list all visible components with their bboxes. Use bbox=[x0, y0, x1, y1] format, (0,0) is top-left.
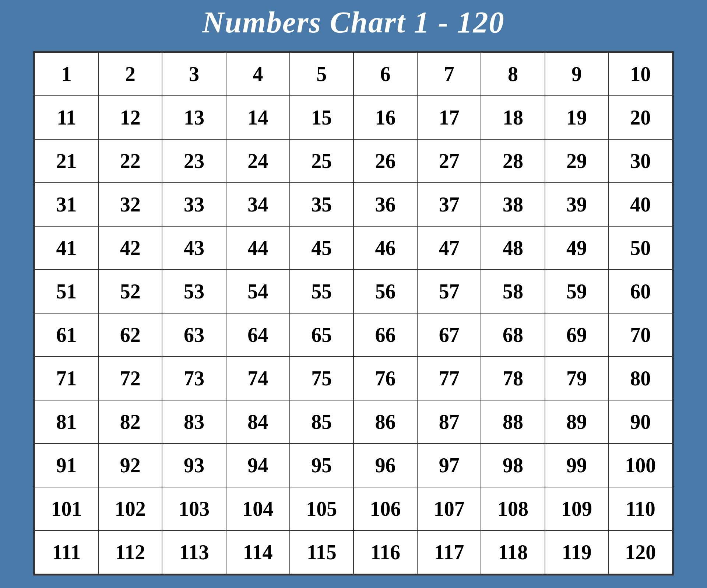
number-cell: 28 bbox=[481, 139, 545, 183]
number-cell: 61 bbox=[35, 313, 98, 357]
numbers-table: 1234567891011121314151617181920212223242… bbox=[34, 52, 673, 574]
number-cell: 83 bbox=[162, 400, 226, 444]
number-cell: 12 bbox=[98, 96, 162, 139]
number-cell: 115 bbox=[290, 531, 354, 574]
number-cell: 7 bbox=[417, 52, 481, 96]
number-cell: 103 bbox=[162, 487, 226, 531]
number-cell: 55 bbox=[290, 270, 354, 313]
chart-title: Numbers Chart 1 - 120 bbox=[202, 5, 504, 40]
number-cell: 110 bbox=[609, 487, 672, 531]
number-cell: 35 bbox=[290, 183, 354, 226]
number-cell: 94 bbox=[226, 444, 290, 487]
number-cell: 14 bbox=[226, 96, 290, 139]
number-cell: 70 bbox=[609, 313, 672, 357]
number-cell: 47 bbox=[417, 226, 481, 270]
number-cell: 102 bbox=[98, 487, 162, 531]
number-cell: 38 bbox=[481, 183, 545, 226]
number-cell: 20 bbox=[609, 96, 672, 139]
number-cell: 82 bbox=[98, 400, 162, 444]
number-cell: 16 bbox=[354, 96, 417, 139]
number-cell: 74 bbox=[226, 357, 290, 400]
number-cell: 31 bbox=[35, 183, 98, 226]
number-cell: 101 bbox=[35, 487, 98, 531]
number-cell: 113 bbox=[162, 531, 226, 574]
number-cell: 77 bbox=[417, 357, 481, 400]
number-cell: 66 bbox=[354, 313, 417, 357]
number-cell: 33 bbox=[162, 183, 226, 226]
number-cell: 26 bbox=[354, 139, 417, 183]
number-cell: 50 bbox=[609, 226, 672, 270]
number-cell: 6 bbox=[354, 52, 417, 96]
number-cell: 44 bbox=[226, 226, 290, 270]
number-cell: 90 bbox=[609, 400, 672, 444]
number-cell: 64 bbox=[226, 313, 290, 357]
number-cell: 93 bbox=[162, 444, 226, 487]
number-cell: 76 bbox=[354, 357, 417, 400]
number-cell: 78 bbox=[481, 357, 545, 400]
table-row: 31323334353637383940 bbox=[35, 183, 672, 226]
table-row: 101102103104105106107108109110 bbox=[35, 487, 672, 531]
number-cell: 80 bbox=[609, 357, 672, 400]
number-cell: 118 bbox=[481, 531, 545, 574]
number-cell: 30 bbox=[609, 139, 672, 183]
number-cell: 46 bbox=[354, 226, 417, 270]
number-cell: 97 bbox=[417, 444, 481, 487]
number-cell: 119 bbox=[545, 531, 609, 574]
number-cell: 51 bbox=[35, 270, 98, 313]
chart-wrapper: 1234567891011121314151617181920212223242… bbox=[33, 51, 674, 575]
number-cell: 22 bbox=[98, 139, 162, 183]
number-cell: 5 bbox=[290, 52, 354, 96]
number-cell: 53 bbox=[162, 270, 226, 313]
number-cell: 18 bbox=[481, 96, 545, 139]
number-cell: 36 bbox=[354, 183, 417, 226]
number-cell: 72 bbox=[98, 357, 162, 400]
number-cell: 37 bbox=[417, 183, 481, 226]
number-cell: 109 bbox=[545, 487, 609, 531]
number-cell: 65 bbox=[290, 313, 354, 357]
number-cell: 88 bbox=[481, 400, 545, 444]
number-cell: 108 bbox=[481, 487, 545, 531]
number-cell: 95 bbox=[290, 444, 354, 487]
number-cell: 17 bbox=[417, 96, 481, 139]
number-cell: 3 bbox=[162, 52, 226, 96]
number-cell: 91 bbox=[35, 444, 98, 487]
number-cell: 81 bbox=[35, 400, 98, 444]
number-cell: 106 bbox=[354, 487, 417, 531]
page-container: Numbers Chart 1 - 120 123456789101112131… bbox=[18, 0, 689, 588]
number-cell: 85 bbox=[290, 400, 354, 444]
number-cell: 1 bbox=[35, 52, 98, 96]
number-cell: 25 bbox=[290, 139, 354, 183]
number-cell: 89 bbox=[545, 400, 609, 444]
number-cell: 112 bbox=[98, 531, 162, 574]
number-cell: 19 bbox=[545, 96, 609, 139]
number-cell: 60 bbox=[609, 270, 672, 313]
table-row: 21222324252627282930 bbox=[35, 139, 672, 183]
number-cell: 43 bbox=[162, 226, 226, 270]
number-cell: 67 bbox=[417, 313, 481, 357]
number-cell: 48 bbox=[481, 226, 545, 270]
number-cell: 15 bbox=[290, 96, 354, 139]
number-cell: 71 bbox=[35, 357, 98, 400]
number-cell: 86 bbox=[354, 400, 417, 444]
number-cell: 99 bbox=[545, 444, 609, 487]
number-cell: 116 bbox=[354, 531, 417, 574]
number-cell: 59 bbox=[545, 270, 609, 313]
number-cell: 73 bbox=[162, 357, 226, 400]
number-cell: 29 bbox=[545, 139, 609, 183]
number-cell: 58 bbox=[481, 270, 545, 313]
number-cell: 54 bbox=[226, 270, 290, 313]
table-row: 41424344454647484950 bbox=[35, 226, 672, 270]
number-cell: 79 bbox=[545, 357, 609, 400]
number-cell: 104 bbox=[226, 487, 290, 531]
number-cell: 34 bbox=[226, 183, 290, 226]
number-cell: 75 bbox=[290, 357, 354, 400]
number-cell: 11 bbox=[35, 96, 98, 139]
number-cell: 41 bbox=[35, 226, 98, 270]
number-cell: 92 bbox=[98, 444, 162, 487]
number-cell: 45 bbox=[290, 226, 354, 270]
number-cell: 62 bbox=[98, 313, 162, 357]
number-cell: 63 bbox=[162, 313, 226, 357]
number-cell: 42 bbox=[98, 226, 162, 270]
number-cell: 24 bbox=[226, 139, 290, 183]
number-cell: 32 bbox=[98, 183, 162, 226]
